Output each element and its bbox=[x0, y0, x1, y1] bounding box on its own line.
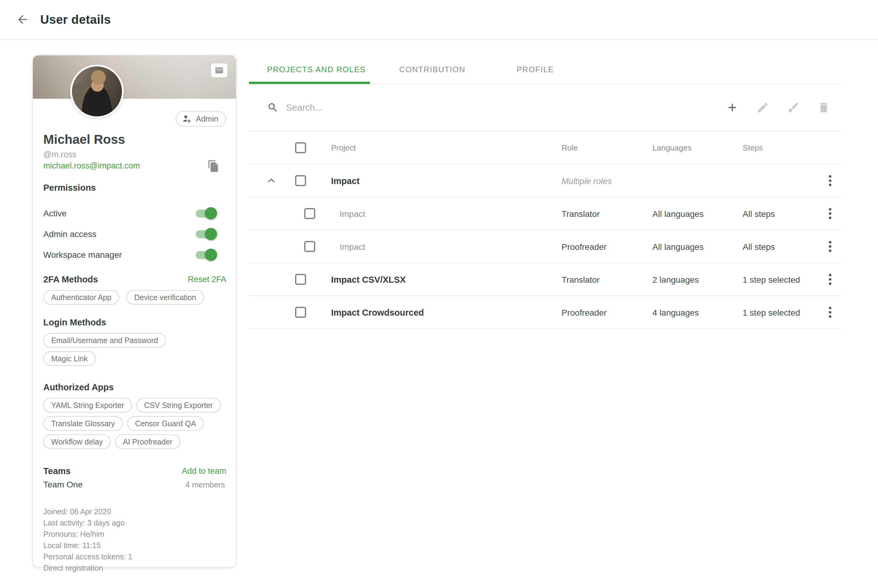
project-name: Impact bbox=[340, 209, 365, 219]
row-checkbox[interactable] bbox=[295, 274, 306, 285]
meta-local-time: Local time: 11:15 bbox=[43, 540, 229, 551]
permissions-heading: Permissions bbox=[40, 183, 229, 193]
column-role: Role bbox=[562, 143, 652, 153]
table-header-row: Project Role Languages Steps bbox=[249, 132, 841, 165]
top-bar: User details bbox=[0, 0, 878, 40]
row-role: Proofreader bbox=[562, 308, 607, 318]
project-name: Impact Crowdsourced bbox=[331, 308, 424, 318]
row-menu-kebab-icon[interactable] bbox=[825, 174, 836, 188]
main-panel: PROJECTS AND ROLES CONTRIBUTION PROFILE bbox=[249, 55, 841, 329]
add-button[interactable] bbox=[726, 101, 739, 114]
row-checkbox[interactable] bbox=[295, 175, 306, 186]
row-checkbox[interactable] bbox=[304, 241, 315, 252]
authorized-app-chip: Workflow delay bbox=[43, 435, 111, 449]
brush-icon bbox=[787, 101, 800, 114]
profile-banner bbox=[33, 56, 236, 99]
user-email-link[interactable]: michael.ross@impact.com bbox=[43, 161, 229, 171]
row-menu-kebab-icon[interactable] bbox=[825, 306, 836, 319]
trash-icon bbox=[817, 101, 830, 114]
project-name: Impact CSV/XLSX bbox=[331, 275, 406, 285]
collapse-group-button[interactable] bbox=[265, 174, 278, 188]
copy-email-button[interactable] bbox=[207, 160, 220, 172]
twofa-method-chip: Device verification bbox=[126, 290, 204, 304]
toggle-label-workspace-manager: Workspace manager bbox=[43, 250, 122, 260]
twofa-method-chip: Authenticator App bbox=[43, 290, 119, 304]
active-tab-indicator bbox=[249, 82, 370, 84]
plus-icon bbox=[726, 101, 739, 114]
authorized-app-chip: AI Proofreader bbox=[115, 435, 180, 449]
toggle-row-workspace-manager: Workspace manager bbox=[40, 248, 229, 262]
team-row[interactable]: Team One 4 members bbox=[40, 480, 229, 490]
authorized-apps-heading: Authorized Apps bbox=[40, 382, 229, 392]
toggle-row-admin-access: Admin access bbox=[40, 227, 229, 242]
team-name: Team One bbox=[43, 480, 83, 490]
user-meta: Joined: 06 Apr 2020 Last activity: 3 day… bbox=[40, 506, 229, 574]
column-steps: Steps bbox=[743, 143, 819, 153]
meta-access-tokens: Personal access tokens: 1 bbox=[43, 551, 229, 562]
authorized-app-chip: CSV String Exporter bbox=[136, 398, 221, 412]
row-menu-kebab-icon[interactable] bbox=[825, 240, 836, 253]
clear-button[interactable] bbox=[786, 101, 800, 114]
row-menu-kebab-icon[interactable] bbox=[825, 207, 836, 220]
search-icon bbox=[267, 102, 279, 113]
login-method-chip: Magic Link bbox=[43, 351, 96, 366]
row-languages: 4 languages bbox=[652, 308, 699, 318]
admin-access-toggle[interactable] bbox=[196, 230, 215, 238]
column-languages: Languages bbox=[652, 143, 743, 153]
authorized-app-chip: YAML String Exporter bbox=[43, 398, 132, 412]
authorized-app-chip: Censor Guard QA bbox=[127, 416, 204, 431]
tab-bar: PROJECTS AND ROLES CONTRIBUTION PROFILE bbox=[249, 55, 841, 84]
pencil-icon bbox=[756, 101, 769, 114]
row-role: Multiple roles bbox=[562, 176, 612, 186]
workspace-manager-toggle[interactable] bbox=[196, 251, 215, 259]
tab-bar-divider bbox=[370, 84, 841, 84]
table-toolbar bbox=[249, 84, 841, 132]
back-arrow-icon[interactable] bbox=[15, 12, 30, 27]
edit-button[interactable] bbox=[756, 101, 770, 114]
row-role: Translator bbox=[562, 209, 600, 219]
project-name: Impact bbox=[331, 176, 359, 186]
meta-pronouns: Pronouns: He/him bbox=[43, 529, 229, 540]
row-languages: All languages bbox=[652, 242, 704, 252]
project-name: Impact bbox=[340, 242, 365, 252]
reset-2fa-link[interactable]: Reset 2FA bbox=[188, 275, 226, 284]
teams-heading: Teams bbox=[40, 466, 71, 476]
table-row: Impact Translator All languages All step… bbox=[249, 197, 841, 230]
search-input[interactable] bbox=[286, 102, 726, 113]
envelope-icon bbox=[215, 66, 224, 75]
copy-icon bbox=[207, 160, 220, 172]
row-languages: 2 languages bbox=[652, 275, 699, 285]
user-handle: @m.ross bbox=[43, 150, 229, 159]
admin-badge-label: Admin bbox=[196, 114, 218, 124]
tab-contribution[interactable]: CONTRIBUTION bbox=[399, 55, 466, 84]
delete-button[interactable] bbox=[817, 101, 830, 114]
tab-projects-and-roles[interactable]: PROJECTS AND ROLES bbox=[267, 55, 366, 84]
select-all-checkbox[interactable] bbox=[295, 142, 306, 153]
row-checkbox[interactable] bbox=[304, 208, 315, 219]
add-to-team-link[interactable]: Add to team bbox=[182, 466, 226, 476]
meta-joined: Joined: 06 Apr 2020 bbox=[43, 506, 229, 518]
send-email-button[interactable] bbox=[211, 63, 227, 77]
team-members-count: 4 members bbox=[185, 480, 225, 490]
row-menu-kebab-icon[interactable] bbox=[825, 273, 836, 286]
row-steps: 1 step selected bbox=[743, 308, 800, 318]
active-toggle[interactable] bbox=[196, 210, 215, 218]
tab-profile[interactable]: PROFILE bbox=[517, 55, 554, 84]
row-checkbox[interactable] bbox=[295, 307, 306, 318]
user-avatar bbox=[70, 64, 124, 118]
row-steps: All steps bbox=[743, 209, 775, 219]
toggle-row-active: Active bbox=[40, 206, 229, 221]
twofa-heading: 2FA Methods bbox=[40, 274, 98, 285]
toggle-label-active: Active bbox=[43, 209, 66, 219]
profile-card: Admin Michael Ross @m.ross michael.ross@… bbox=[32, 55, 236, 568]
admin-badge: Admin bbox=[176, 111, 226, 127]
row-role: Translator bbox=[562, 275, 600, 285]
login-method-chip: Email/Username and Password bbox=[43, 333, 166, 348]
admin-user-gear-icon bbox=[182, 114, 192, 124]
login-methods-heading: Login Methods bbox=[40, 318, 229, 327]
authorized-app-chip: Translate Glossary bbox=[43, 416, 123, 431]
user-details-page: User details Admin Michael Ross @m.ross bbox=[0, 0, 878, 588]
row-languages: All languages bbox=[652, 209, 704, 219]
row-role: Proofreader bbox=[562, 242, 607, 252]
twofa-methods: Authenticator App Device verification bbox=[40, 290, 229, 308]
